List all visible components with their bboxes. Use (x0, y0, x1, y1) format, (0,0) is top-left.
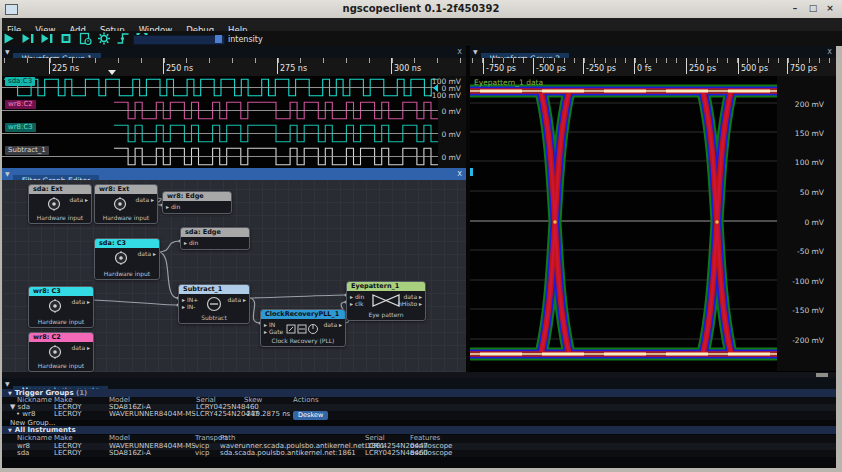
input-port-in[interactable]: ▸ IN (264, 321, 275, 328)
minor-tick (605, 58, 606, 63)
deskew-button[interactable]: Deskew (293, 411, 328, 420)
hw-icon (113, 250, 129, 270)
node-wr8-ext[interactable]: wr8: Extdata ▸Hardware input (94, 184, 158, 224)
minor-tick (209, 58, 210, 63)
minor-tick (707, 58, 708, 63)
close-icon[interactable]: x (457, 168, 462, 180)
window-titlebar[interactable]: ngscopeclient 0.1-2f450392 (0, 0, 842, 19)
trigger-setup-icon[interactable] (116, 32, 132, 45)
node-subtract-1[interactable]: Subtract_1▸ IN+▸ IN-data ▸Subtract (178, 284, 250, 324)
node-title[interactable]: ClockRecoveryPLL_1 (261, 310, 345, 319)
node-sda-c3[interactable]: sda: C3data ▸Hardware input (94, 238, 160, 280)
settings-icon[interactable] (97, 32, 113, 45)
manage-instruments-panel: ▼Manage Instruments ▼Trigger Groups (1) … (2, 372, 836, 468)
all-instruments-bar[interactable]: ▼All Instruments (2, 426, 836, 434)
collapse-icon[interactable]: ▼ (5, 378, 10, 389)
channel-badge[interactable]: wr8:C2 (5, 100, 36, 109)
node-title[interactable]: wr8: Edge (163, 192, 231, 201)
channel-badge[interactable]: sda:C3 (5, 77, 35, 86)
column-header: Model (109, 435, 130, 442)
trigger-level-marker[interactable] (470, 168, 473, 176)
history-icon[interactable] (78, 32, 94, 45)
minor-tick (300, 58, 301, 63)
start-icon[interactable] (2, 32, 18, 45)
force-trigger-icon[interactable] (40, 32, 56, 45)
node-clockrecoverypll-1[interactable]: ClockRecoveryPLL_1▸ IN▸ Gatedata ▸Clock … (260, 309, 346, 347)
waveform-row-subtract-1[interactable]: Subtract_1 (2, 145, 438, 169)
waveform-group-1-header: ▼Waveform Group 1 x (2, 46, 466, 58)
node-sda-edge[interactable]: sda: Edge▸ din (180, 227, 250, 250)
node-title[interactable]: sda: C3 (95, 239, 159, 248)
table-row[interactable]: • wr8LECROYWAVERUNNER8404M-MSLCRY4254N20… (2, 411, 836, 420)
node-title[interactable]: sda: Ext (29, 185, 91, 194)
scrollbar-vertical[interactable] (836, 46, 842, 472)
major-tick (391, 58, 392, 74)
table-row[interactable]: sdaLECROYSDA816Zi-Avicpsda.scada.poulsbo… (2, 450, 836, 457)
output-port-data[interactable]: data ▸ (404, 293, 422, 300)
intensity-slider-handle[interactable] (215, 35, 222, 43)
stop-icon[interactable] (59, 32, 75, 45)
scrollbar-horizontal[interactable] (816, 373, 828, 377)
intensity-slider-track[interactable] (133, 35, 225, 45)
node-title[interactable]: sda: Edge (181, 228, 249, 237)
node-eyepattern-1[interactable]: Eyepattern_1▸ din▸ clkdata ▸hHisto ▸Eye … (346, 281, 426, 321)
output-port-data[interactable]: data ▸ (136, 196, 154, 203)
node-title[interactable]: wr8: Ext (95, 185, 157, 194)
input-port-gate[interactable]: ▸ Gate (264, 328, 283, 335)
input-port-din[interactable]: ▸ din (350, 293, 364, 300)
eye-diagram[interactable]: Eyepattern_1 data (470, 76, 777, 371)
close-icon[interactable]: x (827, 46, 832, 58)
waveform-plot-area-1[interactable]: sda:C3wr8:C2wr8:C3Subtract_1 (2, 76, 438, 168)
channel-badge[interactable]: wr8:C3 (5, 123, 36, 132)
input-port-din[interactable]: ▸ din (184, 239, 198, 246)
output-port-hhisto[interactable]: hHisto ▸ (398, 300, 422, 307)
close-icon[interactable]: x (457, 46, 462, 58)
output-port-data[interactable]: data ▸ (324, 321, 342, 328)
node-caption: Hardware input (95, 214, 157, 221)
cell: WAVERUNNER8404M-MS (109, 411, 196, 418)
waveform-row-wr8-c2[interactable]: wr8:C2 (2, 99, 438, 123)
output-port-data[interactable]: data ▸ (72, 344, 90, 351)
waveform-row-sda-c3[interactable]: sda:C3 (2, 76, 438, 100)
node-wr8-edge[interactable]: wr8: Edge▸ din (162, 191, 232, 214)
output-port-data[interactable]: data ▸ (138, 250, 156, 257)
node-wr8-c3[interactable]: wr8: C3data ▸Hardware input (28, 286, 94, 328)
node-sda-ext[interactable]: sda: Extdata ▸Hardware input (28, 184, 92, 224)
minimize-button[interactable]: – (788, 2, 802, 15)
window-frame-bottom (0, 468, 842, 472)
major-tick (483, 58, 484, 74)
node-wr8-c2[interactable]: wr8: C2data ▸Hardware input (28, 332, 94, 372)
node-title[interactable]: Eyepattern_1 (347, 282, 425, 291)
timeline-group-2[interactable]: -750 ps-500 ps-250 ps0 fs250 ps500 ps750… (470, 58, 836, 77)
output-port-data[interactable]: data ▸ (228, 296, 246, 303)
collapse-icon[interactable]: ▼ (5, 168, 10, 180)
node-title[interactable]: Subtract_1 (179, 285, 249, 294)
minor-tick (819, 58, 820, 63)
collapse-icon[interactable]: ▼ (5, 46, 10, 58)
maximize-button[interactable]: □ (806, 2, 820, 15)
input-port-clk[interactable]: ▸ clk (350, 300, 363, 307)
tick-label: 0 fs (637, 64, 652, 73)
node-title[interactable]: wr8: C2 (29, 333, 93, 342)
minor-tick (768, 58, 769, 63)
input-port-inm[interactable]: ▸ IN- (182, 303, 195, 310)
single-trigger-icon[interactable] (21, 32, 37, 45)
input-port-inp[interactable]: ▸ IN+ (182, 296, 198, 303)
waveform-row-wr8-c3[interactable]: wr8:C3 (2, 122, 438, 146)
node-title[interactable]: wr8: C3 (29, 287, 93, 296)
close-button[interactable]: × (823, 2, 837, 15)
trigger-position-marker[interactable] (108, 70, 116, 75)
eye-icon (371, 293, 401, 312)
major-tick (583, 58, 584, 74)
output-port-data[interactable]: data ▸ (70, 196, 88, 203)
timeline-group-1[interactable]: 225 ns250 ns275 ns300 ns (2, 58, 466, 77)
trace-label[interactable]: Eyepattern_1 data (474, 78, 543, 87)
minor-tick (778, 58, 779, 63)
channel-badge[interactable]: Subtract_1 (5, 146, 49, 155)
input-port-din[interactable]: ▸ din (166, 203, 180, 210)
filter-graph-canvas[interactable]: sda: Extdata ▸Hardware inputwr8: Extdata… (2, 180, 466, 372)
collapse-icon[interactable]: ▼ (473, 46, 478, 58)
output-port-data[interactable]: data ▸ (72, 298, 90, 305)
column-header: Features (410, 435, 440, 442)
cell: SDA816Zi-A (109, 450, 151, 457)
